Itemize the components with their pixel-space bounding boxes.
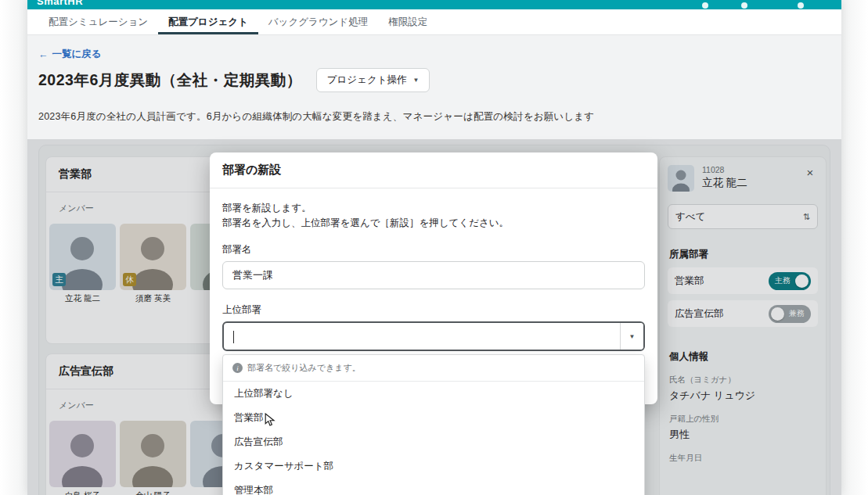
chevron-down-icon: ▼ bbox=[629, 333, 636, 340]
back-link[interactable]: ← 一覧に戻る bbox=[38, 48, 102, 61]
listbox-hint: i 部署名で絞り込みできます。 bbox=[223, 355, 644, 382]
option-management[interactable]: 管理本部 bbox=[223, 479, 644, 495]
combobox-toggle-button[interactable]: ▼ bbox=[620, 323, 643, 350]
project-actions-button[interactable]: プロジェクト操作 ▼ bbox=[316, 68, 430, 92]
tab-placement-simulation[interactable]: 配置シミュレーション bbox=[38, 9, 158, 34]
create-department-modal: 部署の新設 部署を新設します。 部署名を入力し、上位部署を選んで［新設］を押して… bbox=[210, 152, 657, 404]
page-header: ← 一覧に戻る 2023年6月度異動（全社・定期異動） プロジェクト操作 ▼ 2… bbox=[27, 35, 841, 145]
global-header: SmartHR bbox=[27, 0, 841, 9]
option-sales[interactable]: 営業部 bbox=[223, 406, 644, 430]
option-no-parent[interactable]: 上位部署なし bbox=[223, 382, 644, 406]
tab-background-jobs[interactable]: バックグラウンド処理 bbox=[258, 9, 378, 34]
listbox-hint-text: 部署名で絞り込みできます。 bbox=[247, 362, 361, 374]
project-actions-label: プロジェクト操作 bbox=[327, 74, 407, 87]
notification-icon[interactable] bbox=[702, 2, 708, 9]
help-icon[interactable] bbox=[741, 2, 747, 9]
option-label: 営業部 bbox=[234, 412, 264, 423]
parent-department-label: 上位部署 bbox=[222, 303, 645, 317]
info-icon: i bbox=[232, 363, 243, 373]
user-avatar-icon[interactable] bbox=[798, 2, 804, 9]
chevron-down-icon: ▼ bbox=[413, 77, 420, 84]
modal-title: 部署の新設 bbox=[210, 152, 657, 188]
tab-placement-project[interactable]: 配置プロジェクト bbox=[158, 9, 258, 34]
page-title: 2023年6月度異動（全社・定期異動） bbox=[38, 70, 302, 91]
app-window: SmartHR 配置シミュレーション 配置プロジェクト バックグラウンド処理 権… bbox=[27, 0, 841, 495]
tab-bar: 配置シミュレーション 配置プロジェクト バックグラウンド処理 権限設定 bbox=[27, 9, 841, 35]
modal-description-line2: 部署名を入力し、上位部署を選んで［新設］を押してください。 bbox=[222, 216, 645, 231]
department-name-input[interactable] bbox=[222, 261, 645, 289]
modal-description-line1: 部署を新設します。 bbox=[222, 201, 645, 216]
option-customer-support[interactable]: カスタマーサポート部 bbox=[223, 454, 644, 479]
page-description: 2023年6月度の全社の人員計画です。6月からの組織体制の大幅な変更を踏まえ、マ… bbox=[38, 110, 594, 124]
back-link-label: 一覧に戻る bbox=[52, 48, 102, 61]
option-advertising[interactable]: 広告宣伝部 bbox=[223, 430, 644, 454]
department-name-label: 部署名 bbox=[222, 243, 645, 256]
left-arrow-icon: ← bbox=[38, 49, 49, 60]
parent-department-listbox: i 部署名で絞り込みできます。 上位部署なし 営業部 広告宣伝部 カスタマーサポ… bbox=[222, 354, 645, 495]
text-caret bbox=[233, 331, 234, 343]
parent-department-combobox[interactable]: ▼ bbox=[222, 321, 645, 351]
combobox-input[interactable] bbox=[224, 323, 620, 350]
brand-logo: SmartHR bbox=[37, 0, 83, 7]
video-frame: SmartHR 配置シミュレーション 配置プロジェクト バックグラウンド処理 権… bbox=[0, 0, 868, 495]
tab-permission-settings[interactable]: 権限設定 bbox=[378, 9, 438, 34]
mouse-cursor bbox=[264, 413, 276, 429]
